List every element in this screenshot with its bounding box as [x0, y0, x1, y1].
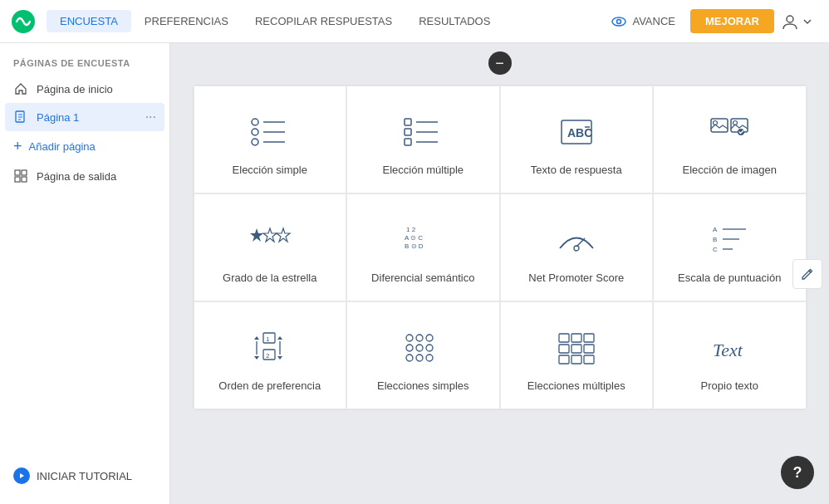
- avance-label: AVANCE: [632, 15, 675, 27]
- more-options-icon[interactable]: ···: [145, 110, 156, 125]
- svg-marker-35: [277, 228, 290, 242]
- svg-text:2: 2: [266, 352, 270, 360]
- add-page-label: Añadir página: [29, 140, 96, 153]
- svg-point-51: [406, 335, 413, 341]
- right-tool: [792, 259, 822, 289]
- svg-rect-23: [405, 139, 411, 145]
- svg-point-52: [416, 335, 423, 341]
- svg-rect-63: [559, 345, 569, 353]
- texto2-icon: Text: [708, 326, 751, 369]
- minus-button[interactable]: −: [488, 51, 512, 75]
- svg-point-55: [416, 345, 423, 351]
- svg-point-32: [738, 129, 744, 135]
- user-menu[interactable]: [774, 7, 819, 36]
- sidebar-item-inicio-label: Página de inicio: [37, 83, 113, 95]
- grid-item-semantico[interactable]: 1 2 A ⊙ C B ⊙ D Diferencial semántico: [346, 193, 500, 301]
- svg-rect-65: [584, 345, 594, 353]
- simples2-icon: [401, 326, 444, 369]
- svg-marker-12: [20, 473, 24, 478]
- svg-rect-61: [571, 334, 581, 342]
- svg-text:1: 1: [266, 335, 270, 343]
- svg-point-58: [416, 355, 423, 361]
- puntuacion-label: Escala de puntuación: [678, 272, 781, 284]
- app-logo: [10, 8, 37, 35]
- tab-resultados[interactable]: RESULTADOS: [405, 10, 503, 32]
- semantico-label: Diferencial semántico: [371, 272, 474, 284]
- question-type-grid: Elección simple Elección múltiple: [193, 85, 807, 410]
- texto2-label: Propio texto: [701, 379, 758, 392]
- pencil-tool-button[interactable]: [792, 259, 822, 289]
- sidebar-item-salida[interactable]: Página de salida: [0, 162, 169, 190]
- tab-recopilar[interactable]: RECOPILAR RESPUESTAS: [242, 10, 405, 32]
- svg-rect-68: [584, 355, 594, 364]
- imagen-label: Elección de imagen: [683, 164, 777, 176]
- help-button[interactable]: ?: [781, 456, 814, 489]
- sidebar-item-pagina1-label: Página 1: [37, 111, 79, 124]
- sidebar-section-title: PÁGINAS DE ENCUESTA: [0, 53, 169, 75]
- grid-item-simple[interactable]: Elección simple: [194, 86, 347, 193]
- svg-point-1: [612, 17, 625, 26]
- svg-point-15: [252, 129, 258, 135]
- exit-page-icon: [13, 169, 28, 183]
- svg-text:Text: Text: [713, 340, 743, 360]
- grid-item-multiple[interactable]: Elección múltiple: [346, 86, 500, 193]
- svg-rect-8: [15, 170, 20, 175]
- svg-text:1  2: 1 2: [406, 226, 416, 233]
- svg-rect-64: [571, 345, 581, 353]
- svg-point-59: [426, 355, 433, 361]
- grid-item-puntuacion[interactable]: A B C Escala de puntuación: [653, 193, 807, 301]
- grid-item-nps[interactable]: Net Promoter Score: [500, 193, 654, 301]
- svg-point-3: [787, 16, 793, 22]
- nps-icon: [555, 218, 598, 262]
- semantico-icon: 1 2 A ⊙ C B ⊙ D: [401, 218, 444, 262]
- preferencia-icon: 1 2: [248, 326, 292, 369]
- user-icon: [781, 12, 799, 31]
- svg-rect-21: [405, 129, 411, 135]
- mejorar-button[interactable]: MEJORAR: [690, 9, 774, 33]
- home-icon: [13, 81, 28, 96]
- main-layout: PÁGINAS DE ENCUESTA Página de inicio Pág…: [0, 43, 829, 504]
- svg-text:B ⊙ D: B ⊙ D: [405, 242, 424, 250]
- content-area: − Elección simple: [170, 43, 829, 504]
- tab-encuesta[interactable]: ENCUESTA: [47, 10, 131, 32]
- grid-item-imagen[interactable]: Elección de imagen: [653, 86, 807, 193]
- svg-point-53: [426, 335, 433, 341]
- svg-text:B: B: [713, 236, 717, 243]
- svg-point-13: [252, 119, 258, 125]
- sidebar-item-inicio[interactable]: Página de inicio: [0, 75, 169, 103]
- grid-item-multiples2[interactable]: Elecciones múltiples: [500, 301, 654, 409]
- svg-text:A: A: [713, 226, 718, 233]
- grid-item-texto[interactable]: ABC Texto de respuesta: [500, 86, 654, 193]
- svg-rect-10: [15, 177, 20, 182]
- tab-preferencias[interactable]: PREFERENCIAS: [131, 10, 242, 32]
- simple-label: Elección simple: [233, 164, 307, 176]
- nps-label: Net Promoter Score: [528, 272, 624, 284]
- svg-text:A ⊙ C: A ⊙ C: [405, 234, 423, 242]
- simples2-label: Elecciones simples: [377, 379, 469, 392]
- add-page-button[interactable]: + Añadir página: [0, 131, 169, 162]
- texto-icon: ABC: [555, 110, 598, 154]
- grid-item-simples2[interactable]: Elecciones simples: [346, 301, 500, 409]
- sidebar-item-pagina1[interactable]: Página 1 ···: [5, 103, 164, 131]
- grid-item-texto2[interactable]: Text Propio texto: [653, 301, 807, 409]
- estrella-icon: [248, 218, 292, 262]
- avance-button[interactable]: AVANCE: [602, 8, 684, 35]
- grid-item-estrella[interactable]: Grado de la estrella: [194, 193, 347, 301]
- simple-icon: [248, 110, 292, 154]
- imagen-icon: [708, 110, 751, 154]
- sidebar: PÁGINAS DE ENCUESTA Página de inicio Pág…: [0, 43, 170, 504]
- tutorial-button[interactable]: INICIAR TUTORIAL: [0, 458, 169, 494]
- multiple-label: Elección múltiple: [382, 164, 464, 176]
- svg-rect-60: [559, 334, 569, 342]
- svg-marker-33: [250, 228, 263, 242]
- svg-rect-19: [405, 119, 411, 125]
- svg-marker-34: [263, 228, 277, 242]
- svg-point-57: [406, 355, 413, 361]
- grid-item-preferencia[interactable]: 1 2 Orden de preferencia: [194, 301, 347, 409]
- svg-rect-9: [22, 170, 27, 175]
- svg-point-54: [406, 345, 413, 351]
- sidebar-item-salida-label: Página de salida: [37, 170, 116, 183]
- svg-point-2: [617, 19, 621, 23]
- plus-icon: +: [13, 138, 22, 155]
- svg-text:C: C: [713, 246, 718, 253]
